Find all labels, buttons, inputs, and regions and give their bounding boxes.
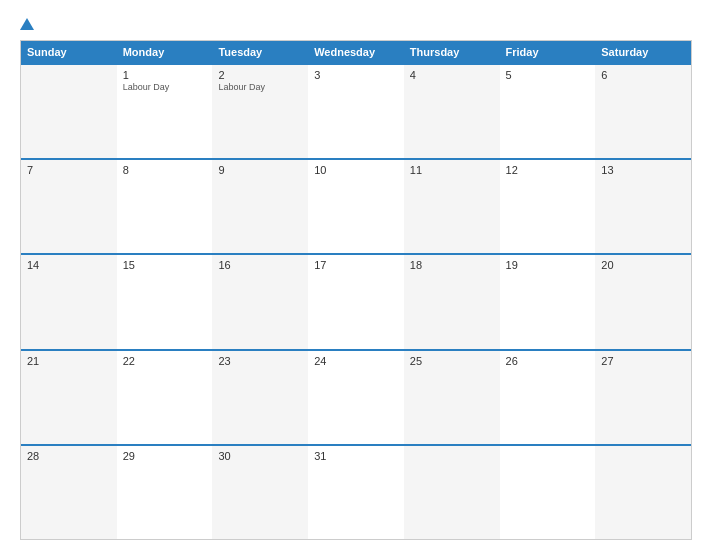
cell-date: 31 xyxy=(314,450,398,462)
cell-date: 17 xyxy=(314,259,398,271)
calendar-cell: 12 xyxy=(500,160,596,253)
cell-date: 22 xyxy=(123,355,207,367)
calendar-cell: 26 xyxy=(500,351,596,444)
cell-date: 26 xyxy=(506,355,590,367)
week-row-5: 28293031 xyxy=(21,444,691,539)
week-row-3: 14151617181920 xyxy=(21,253,691,348)
cell-date: 23 xyxy=(218,355,302,367)
calendar-cell: 21 xyxy=(21,351,117,444)
calendar-cell: 5 xyxy=(500,65,596,158)
cell-date: 2 xyxy=(218,69,302,81)
week-row-4: 21222324252627 xyxy=(21,349,691,444)
cell-date: 10 xyxy=(314,164,398,176)
cell-date: 5 xyxy=(506,69,590,81)
logo-triangle-icon xyxy=(20,18,34,30)
day-header-wednesday: Wednesday xyxy=(308,41,404,63)
cell-date: 9 xyxy=(218,164,302,176)
cell-event: Labour Day xyxy=(123,82,207,92)
calendar-header: SundayMondayTuesdayWednesdayThursdayFrid… xyxy=(21,41,691,63)
calendar-cell: 16 xyxy=(212,255,308,348)
cell-date: 28 xyxy=(27,450,111,462)
day-header-friday: Friday xyxy=(500,41,596,63)
week-row-2: 78910111213 xyxy=(21,158,691,253)
cell-date: 8 xyxy=(123,164,207,176)
cell-date: 11 xyxy=(410,164,494,176)
calendar-cell xyxy=(404,446,500,539)
calendar-cell xyxy=(595,446,691,539)
calendar-cell xyxy=(21,65,117,158)
calendar-cell: 13 xyxy=(595,160,691,253)
calendar-cell: 23 xyxy=(212,351,308,444)
cell-date: 30 xyxy=(218,450,302,462)
cell-date: 19 xyxy=(506,259,590,271)
calendar-cell: 10 xyxy=(308,160,404,253)
calendar-cell: 9 xyxy=(212,160,308,253)
cell-date: 18 xyxy=(410,259,494,271)
day-header-tuesday: Tuesday xyxy=(212,41,308,63)
calendar-cell: 14 xyxy=(21,255,117,348)
calendar-cell: 29 xyxy=(117,446,213,539)
day-header-monday: Monday xyxy=(117,41,213,63)
header xyxy=(20,18,692,30)
calendar-cell: 3 xyxy=(308,65,404,158)
cell-date: 29 xyxy=(123,450,207,462)
calendar-cell: 1Labour Day xyxy=(117,65,213,158)
calendar-cell: 15 xyxy=(117,255,213,348)
calendar-cell: 17 xyxy=(308,255,404,348)
cell-date: 7 xyxy=(27,164,111,176)
day-header-sunday: Sunday xyxy=(21,41,117,63)
calendar: SundayMondayTuesdayWednesdayThursdayFrid… xyxy=(20,40,692,540)
calendar-body: 1Labour Day2Labour Day345678910111213141… xyxy=(21,63,691,539)
logo-blue-row xyxy=(20,18,36,30)
calendar-cell: 20 xyxy=(595,255,691,348)
calendar-cell: 19 xyxy=(500,255,596,348)
cell-event: Labour Day xyxy=(218,82,302,92)
calendar-cell: 30 xyxy=(212,446,308,539)
calendar-cell: 24 xyxy=(308,351,404,444)
cell-date: 12 xyxy=(506,164,590,176)
cell-date: 13 xyxy=(601,164,685,176)
cell-date: 6 xyxy=(601,69,685,81)
calendar-cell: 28 xyxy=(21,446,117,539)
calendar-cell: 7 xyxy=(21,160,117,253)
cell-date: 25 xyxy=(410,355,494,367)
day-header-saturday: Saturday xyxy=(595,41,691,63)
cell-date: 15 xyxy=(123,259,207,271)
cell-date: 14 xyxy=(27,259,111,271)
cell-date: 4 xyxy=(410,69,494,81)
day-header-thursday: Thursday xyxy=(404,41,500,63)
cell-date: 24 xyxy=(314,355,398,367)
calendar-cell: 6 xyxy=(595,65,691,158)
cell-date: 21 xyxy=(27,355,111,367)
calendar-cell: 2Labour Day xyxy=(212,65,308,158)
calendar-cell: 8 xyxy=(117,160,213,253)
cell-date: 20 xyxy=(601,259,685,271)
logo xyxy=(20,18,36,30)
calendar-cell xyxy=(500,446,596,539)
calendar-cell: 4 xyxy=(404,65,500,158)
calendar-cell: 22 xyxy=(117,351,213,444)
cell-date: 1 xyxy=(123,69,207,81)
calendar-cell: 31 xyxy=(308,446,404,539)
calendar-cell: 25 xyxy=(404,351,500,444)
calendar-cell: 18 xyxy=(404,255,500,348)
page: SundayMondayTuesdayWednesdayThursdayFrid… xyxy=(0,0,712,550)
cell-date: 27 xyxy=(601,355,685,367)
week-row-1: 1Labour Day2Labour Day3456 xyxy=(21,63,691,158)
calendar-cell: 27 xyxy=(595,351,691,444)
cell-date: 3 xyxy=(314,69,398,81)
cell-date: 16 xyxy=(218,259,302,271)
calendar-cell: 11 xyxy=(404,160,500,253)
